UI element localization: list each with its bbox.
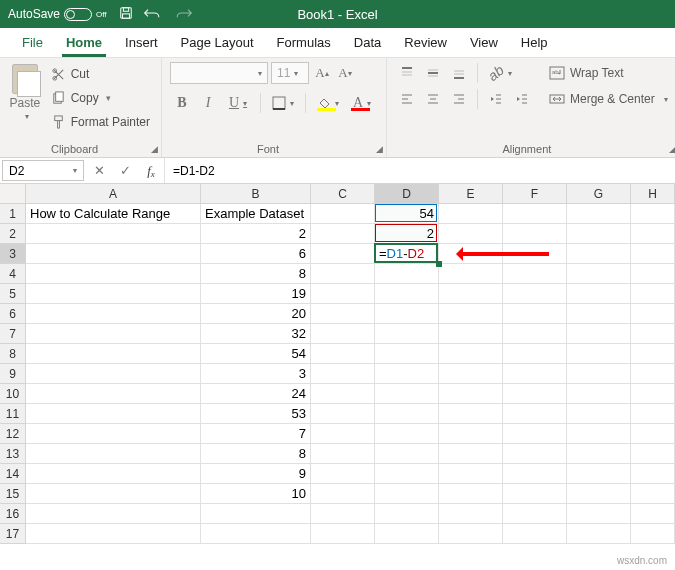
row-header-8[interactable]: 8 (0, 344, 26, 364)
enter-formula-button[interactable]: ✓ (112, 158, 138, 183)
tab-page-layout[interactable]: Page Layout (171, 29, 264, 57)
cell-H8[interactable] (631, 344, 675, 364)
cell-F17[interactable] (503, 524, 567, 544)
cell-F4[interactable] (503, 264, 567, 284)
align-bottom-button[interactable] (447, 62, 471, 84)
cell-H16[interactable] (631, 504, 675, 524)
cell-A17[interactable] (26, 524, 201, 544)
cell-A5[interactable] (26, 284, 201, 304)
cell-E12[interactable] (439, 424, 503, 444)
cell-E10[interactable] (439, 384, 503, 404)
cell-G3[interactable] (567, 244, 631, 264)
format-painter-button[interactable]: Format Painter (48, 111, 153, 133)
row-header-2[interactable]: 2 (0, 224, 26, 244)
cell-F7[interactable] (503, 324, 567, 344)
cell-F16[interactable] (503, 504, 567, 524)
wrap-text-button[interactable]: ab Wrap Text (546, 62, 671, 84)
cell-A1[interactable]: How to Calculate Range (26, 204, 201, 224)
cell-B14[interactable]: 9 (201, 464, 311, 484)
cell-A13[interactable] (26, 444, 201, 464)
font-color-button[interactable]: A ▾ (346, 92, 378, 114)
cell-G16[interactable] (567, 504, 631, 524)
cell-G11[interactable] (567, 404, 631, 424)
cell-A7[interactable] (26, 324, 201, 344)
bold-button[interactable]: B (170, 92, 194, 114)
cell-D11[interactable] (375, 404, 439, 424)
cell-C12[interactable] (311, 424, 375, 444)
cell-H1[interactable] (631, 204, 675, 224)
cell-C16[interactable] (311, 504, 375, 524)
undo-button[interactable] (143, 7, 163, 22)
column-header-D[interactable]: D (375, 184, 439, 204)
tab-insert[interactable]: Insert (115, 29, 168, 57)
tab-view[interactable]: View (460, 29, 508, 57)
row-header-3[interactable]: 3 (0, 244, 26, 264)
cell-D12[interactable] (375, 424, 439, 444)
cell-B13[interactable]: 8 (201, 444, 311, 464)
align-middle-button[interactable] (421, 62, 445, 84)
cell-A9[interactable] (26, 364, 201, 384)
cell-D10[interactable] (375, 384, 439, 404)
increase-font-button[interactable]: A▴ (312, 62, 332, 84)
cell-B8[interactable]: 54 (201, 344, 311, 364)
cell-G4[interactable] (567, 264, 631, 284)
cell-B2[interactable]: 2 (201, 224, 311, 244)
cell-E5[interactable] (439, 284, 503, 304)
cell-F6[interactable] (503, 304, 567, 324)
cell-H4[interactable] (631, 264, 675, 284)
cell-G17[interactable] (567, 524, 631, 544)
cell-A12[interactable] (26, 424, 201, 444)
cell-B1[interactable]: Example Dataset (201, 204, 311, 224)
row-header-1[interactable]: 1 (0, 204, 26, 224)
cell-C6[interactable] (311, 304, 375, 324)
decrease-font-button[interactable]: A▾ (335, 62, 355, 84)
spreadsheet-grid[interactable]: ABCDEFGH 1234567891011121314151617 How t… (0, 184, 675, 570)
cell-B5[interactable]: 19 (201, 284, 311, 304)
cancel-formula-button[interactable]: ✕ (86, 158, 112, 183)
cell-C5[interactable] (311, 284, 375, 304)
cell-B6[interactable]: 20 (201, 304, 311, 324)
column-header-E[interactable]: E (439, 184, 503, 204)
cell-C1[interactable] (311, 204, 375, 224)
column-header-H[interactable]: H (631, 184, 675, 204)
cell-H13[interactable] (631, 444, 675, 464)
copy-button[interactable]: Copy ▾ (48, 87, 153, 109)
tab-home[interactable]: Home (56, 29, 112, 57)
cell-G13[interactable] (567, 444, 631, 464)
cell-D17[interactable] (375, 524, 439, 544)
align-left-button[interactable] (395, 88, 419, 110)
column-header-G[interactable]: G (567, 184, 631, 204)
row-header-13[interactable]: 13 (0, 444, 26, 464)
paste-button[interactable]: Paste ▾ (8, 62, 42, 155)
increase-indent-button[interactable] (510, 88, 534, 110)
cut-button[interactable]: Cut (48, 63, 153, 85)
cell-E17[interactable] (439, 524, 503, 544)
cell-B9[interactable]: 3 (201, 364, 311, 384)
cell-F15[interactable] (503, 484, 567, 504)
autosave-toggle[interactable]: AutoSave Off (8, 7, 107, 21)
cell-D16[interactable] (375, 504, 439, 524)
row-header-14[interactable]: 14 (0, 464, 26, 484)
cell-H10[interactable] (631, 384, 675, 404)
font-size-dropdown[interactable]: 11▾ (271, 62, 309, 84)
cell-G2[interactable] (567, 224, 631, 244)
dialog-launcher-icon[interactable]: ◢ (376, 144, 383, 154)
cell-E2[interactable] (439, 224, 503, 244)
italic-button[interactable]: I (196, 92, 220, 114)
cell-H11[interactable] (631, 404, 675, 424)
cell-D15[interactable] (375, 484, 439, 504)
cell-G1[interactable] (567, 204, 631, 224)
fill-handle[interactable] (436, 261, 442, 267)
cell-F8[interactable] (503, 344, 567, 364)
cell-C4[interactable] (311, 264, 375, 284)
fill-color-button[interactable]: ▾ (312, 92, 344, 114)
cell-G7[interactable] (567, 324, 631, 344)
cell-D1[interactable]: 54 (375, 204, 439, 224)
cell-A4[interactable] (26, 264, 201, 284)
cell-C13[interactable] (311, 444, 375, 464)
cell-C7[interactable] (311, 324, 375, 344)
cell-B3[interactable]: 6 (201, 244, 311, 264)
cell-B17[interactable] (201, 524, 311, 544)
cell-F14[interactable] (503, 464, 567, 484)
cell-H6[interactable] (631, 304, 675, 324)
